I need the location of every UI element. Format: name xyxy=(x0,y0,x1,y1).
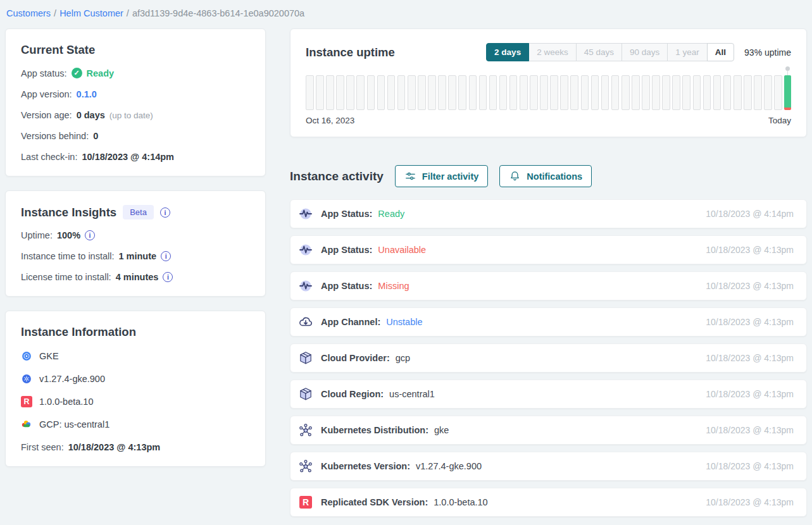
activity-row-icon xyxy=(298,350,313,366)
uptime-bar[interactable] xyxy=(621,75,630,110)
activity-row-timestamp: 10/18/2023 @ 4:13pm xyxy=(706,497,794,507)
uptime-summary: 93% uptime xyxy=(744,47,791,58)
instance-uptime-title: Instance uptime xyxy=(306,46,486,59)
range-button-all[interactable]: All xyxy=(707,43,734,61)
uptime-bar[interactable] xyxy=(418,75,426,110)
activity-row-label: Cloud Region: xyxy=(321,389,384,399)
activity-row-value: gcp xyxy=(396,353,410,363)
license-time-to-install-value: 4 minutes xyxy=(116,272,159,282)
version-age-label: Version age: xyxy=(21,110,72,120)
uptime-bar[interactable] xyxy=(316,75,324,110)
cloud-download-icon xyxy=(298,314,313,330)
notifications-button[interactable]: Notifications xyxy=(499,165,592,187)
uptime-header: Instance uptime 2 days2 weeks45 days90 d… xyxy=(306,43,791,61)
activity-row: Kubernetes Distribution:gke10/18/2023 @ … xyxy=(290,416,807,445)
activity-row-label: App Status: xyxy=(321,281,372,291)
activity-row-icon xyxy=(298,386,313,402)
app-version-link[interactable]: 0.1.0 xyxy=(77,89,97,99)
app-version-row: App version: 0.1.0 xyxy=(21,89,250,99)
uptime-bar[interactable] xyxy=(499,75,508,110)
range-button-45-days[interactable]: 45 days xyxy=(576,43,622,61)
uptime-bar[interactable] xyxy=(438,75,446,110)
uptime-bar[interactable] xyxy=(560,75,568,110)
uptime-bar-current[interactable] xyxy=(784,75,791,110)
uptime-bar[interactable] xyxy=(591,75,599,110)
uptime-bar[interactable] xyxy=(734,75,742,110)
activity-row-value: Missing xyxy=(378,281,409,291)
uptime-bar[interactable] xyxy=(550,75,558,110)
uptime-bar[interactable] xyxy=(581,75,589,110)
uptime-bar[interactable] xyxy=(509,75,518,110)
uptime-bar[interactable] xyxy=(336,75,344,110)
first-seen-value: 10/18/2023 @ 4:13pm xyxy=(68,442,161,452)
uptime-bar[interactable] xyxy=(306,75,314,110)
first-seen-label: First seen: xyxy=(21,442,64,452)
range-button-2-weeks[interactable]: 2 weeks xyxy=(528,43,577,61)
uptime-bar[interactable] xyxy=(489,75,497,110)
uptime-bar[interactable] xyxy=(428,75,436,110)
uptime-bar[interactable] xyxy=(479,75,487,110)
package-icon xyxy=(298,386,313,402)
activity-row-timestamp: 10/18/2023 @ 4:13pm xyxy=(706,389,794,399)
info-icon[interactable]: i xyxy=(161,251,171,261)
range-group: 2 days2 weeks45 days90 days1 yearAll xyxy=(486,43,734,61)
uptime-bar[interactable] xyxy=(397,75,406,110)
uptime-bar[interactable] xyxy=(530,75,538,110)
activity-row: Kubernetes Version:v1.27.4-gke.90010/18/… xyxy=(290,452,807,481)
instance-time-to-install-value: 1 minute xyxy=(119,251,157,261)
uptime-bar[interactable] xyxy=(723,75,732,110)
uptime-bar[interactable] xyxy=(367,75,375,110)
breadcrumb-customer-link[interactable]: Helm Customer xyxy=(59,8,123,18)
uptime-bar[interactable] xyxy=(754,75,762,110)
uptime-bar[interactable] xyxy=(448,75,456,110)
uptime-bar[interactable] xyxy=(520,75,528,110)
uptime-bar[interactable] xyxy=(408,75,416,110)
uptime-bar[interactable] xyxy=(326,75,334,110)
uptime-bar[interactable] xyxy=(632,75,640,110)
last-checkin-row: Last check-in: 10/18/2023 @ 4:14pm xyxy=(21,152,250,162)
kubernetes-icon xyxy=(21,373,32,385)
uptime-bar[interactable] xyxy=(540,75,548,110)
info-icon[interactable]: i xyxy=(163,272,173,282)
uptime-bar[interactable] xyxy=(387,75,396,110)
uptime-bar[interactable] xyxy=(469,75,477,110)
uptime-bar[interactable] xyxy=(713,75,721,110)
chart-end-label: Today xyxy=(768,116,791,125)
breadcrumb-separator: / xyxy=(127,8,129,18)
uptime-bar[interactable] xyxy=(774,75,782,110)
uptime-bar[interactable] xyxy=(377,75,385,110)
range-button-90-days[interactable]: 90 days xyxy=(621,43,668,61)
filter-activity-button[interactable]: Filter activity xyxy=(395,165,488,187)
uptime-bar[interactable] xyxy=(611,75,620,110)
version-age-note: (up to date) xyxy=(109,111,153,120)
range-button-2-days[interactable]: 2 days xyxy=(486,43,529,61)
uptime-bar[interactable] xyxy=(570,75,578,110)
instance-insights-card: Instance Insights Beta i Uptime: 100% i … xyxy=(5,190,266,297)
uptime-bar[interactable] xyxy=(682,75,690,110)
uptime-bar[interactable] xyxy=(642,75,650,110)
uptime-bar[interactable] xyxy=(662,75,670,110)
range-button-1-year[interactable]: 1 year xyxy=(667,43,708,61)
activity-row-label: Kubernetes Distribution: xyxy=(321,425,428,435)
uptime-bar[interactable] xyxy=(458,75,466,110)
uptime-bar[interactable] xyxy=(703,75,711,110)
uptime-bar[interactable] xyxy=(744,75,752,110)
uptime-bar[interactable] xyxy=(356,75,365,110)
uptime-bar[interactable] xyxy=(346,75,354,110)
uptime-bar[interactable] xyxy=(693,75,701,110)
activity-row-icon xyxy=(298,278,313,293)
breadcrumb-customers-link[interactable]: Customers xyxy=(6,8,51,18)
instance-info-text: GCP: us-central1 xyxy=(39,419,109,429)
info-icon[interactable]: i xyxy=(85,230,95,240)
info-icon[interactable]: i xyxy=(160,207,170,218)
uptime-bar[interactable] xyxy=(672,75,680,110)
uptime-bar[interactable] xyxy=(764,75,772,110)
pulse-icon xyxy=(298,206,313,221)
instance-information-card: Instance Information GKEv1.27.4-gke.900R… xyxy=(5,311,266,467)
license-time-to-install-label: License time to install: xyxy=(21,272,111,282)
uptime-bar[interactable] xyxy=(601,75,609,110)
versions-behind-value: 0 xyxy=(93,131,98,141)
uptime-chart: Oct 16, 2023 Today xyxy=(306,75,791,125)
activity-row: Cloud Provider:gcp10/18/2023 @ 4:13pm xyxy=(290,343,807,373)
uptime-bar[interactable] xyxy=(652,75,660,110)
